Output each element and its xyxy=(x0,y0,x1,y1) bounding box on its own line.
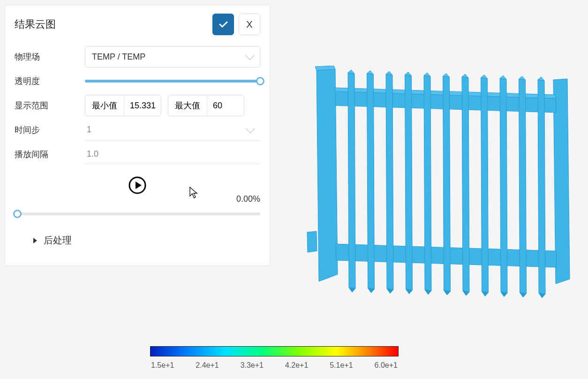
playback-interval-input[interactable] xyxy=(85,144,260,164)
colorbar-gradient xyxy=(150,346,399,356)
panel-title: 结果云图 xyxy=(15,17,208,31)
3d-viewport[interactable] xyxy=(281,5,583,374)
timestep-label: 时间步 xyxy=(15,124,85,136)
interval-row: 播放间隔 xyxy=(15,142,260,167)
colorbar-tick: 2.4e+1 xyxy=(196,361,219,370)
colorbar-tick: 4.2e+1 xyxy=(285,361,308,370)
min-value-input-group: 最小值 xyxy=(85,95,161,116)
max-value-input-group: 最大值 xyxy=(168,95,244,116)
timeline-thumb[interactable] xyxy=(13,210,22,218)
colorbar-tick: 6.0e+1 xyxy=(375,361,398,370)
opacity-row: 透明度 xyxy=(15,69,260,93)
interval-label: 播放间隔 xyxy=(15,149,85,160)
panel-header: 结果云图 X xyxy=(5,5,270,40)
panel-body: 物理场 TEMP / TEMP 透明度 显示范围 最小值 xyxy=(5,40,270,265)
physics-field-select[interactable]: TEMP / TEMP xyxy=(85,46,260,68)
colorbar-legend: 1.5e+12.4e+13.3e+14.2e+15.1e+16.0e+1 xyxy=(150,346,399,370)
postprocess-label: 后处理 xyxy=(44,234,72,247)
colorbar-tick: 3.3e+1 xyxy=(241,361,264,370)
play-button[interactable] xyxy=(128,176,147,195)
opacity-label: 透明度 xyxy=(15,76,85,87)
timestep-row: 时间步 1 xyxy=(15,118,260,142)
timeline-slider[interactable] xyxy=(15,212,260,215)
check-icon xyxy=(218,19,229,30)
max-label: 最大值 xyxy=(168,95,207,116)
field-label: 物理场 xyxy=(15,51,85,62)
close-icon: X xyxy=(246,19,252,30)
chevron-down-icon xyxy=(246,124,255,133)
heatsink-model xyxy=(305,66,572,310)
playback-progress: 0.00% xyxy=(236,194,260,204)
field-row: 物理场 TEMP / TEMP xyxy=(15,45,260,69)
results-contour-panel: 结果云图 X 物理场 TEMP / TEMP 透明度 xyxy=(5,5,270,266)
opacity-slider-thumb[interactable] xyxy=(256,77,264,85)
svg-marker-1 xyxy=(136,182,142,189)
colorbar-tick: 5.1e+1 xyxy=(330,361,353,370)
colorbar-tick: 1.5e+1 xyxy=(151,361,174,370)
timestep-value: 1 xyxy=(87,125,91,135)
range-row: 显示范围 最小值 最大值 xyxy=(15,93,260,118)
timestep-select[interactable]: 1 xyxy=(85,119,260,141)
close-button[interactable]: X xyxy=(239,14,260,35)
colorbar-ticks: 1.5e+12.4e+13.3e+14.2e+15.1e+16.0e+1 xyxy=(150,361,399,370)
opacity-slider[interactable] xyxy=(85,80,260,83)
postprocess-tree-item[interactable]: 后处理 xyxy=(15,229,260,251)
play-icon xyxy=(128,176,147,195)
min-label: 最小值 xyxy=(85,95,124,116)
play-controls: 0.00% xyxy=(15,176,260,197)
caret-right-icon xyxy=(33,238,37,243)
max-value-input[interactable] xyxy=(207,95,244,116)
confirm-button[interactable] xyxy=(212,14,234,35)
chevron-down-icon xyxy=(245,51,255,60)
min-value-input[interactable] xyxy=(124,95,161,116)
range-label: 显示范围 xyxy=(15,100,85,111)
field-value: TEMP / TEMP xyxy=(92,52,145,62)
